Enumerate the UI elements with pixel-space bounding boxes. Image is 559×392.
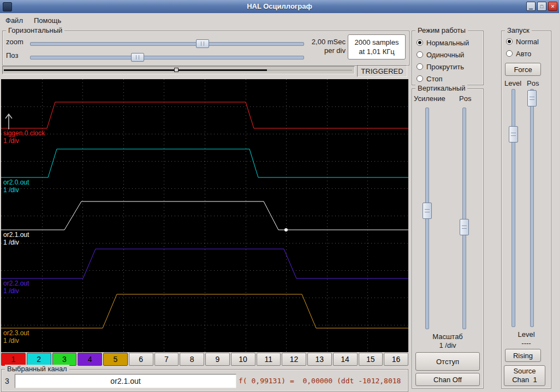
radio-icon[interactable] [417,75,423,82]
radio-icon[interactable] [417,39,423,46]
trigger-option-0[interactable]: Normal [502,35,551,47]
zoom-label: zoom [6,38,23,46]
vpos-arrow-icon [5,114,12,129]
radio-icon[interactable] [506,38,513,45]
channel-button-6[interactable]: 6 [129,353,153,366]
horizontal-panel: Горизонтальный zoom Поз 2,00 mSec per di… [2,31,409,66]
zoom-slider-thumb[interactable] [196,39,209,48]
channel-button-4[interactable]: 4 [78,353,102,366]
record-progress-bar [2,66,355,74]
channel-button-16[interactable]: 16 [384,353,408,366]
trace-scale-label: 1 /div [3,186,19,194]
run-mode-option-1[interactable]: Одиночный [412,49,483,61]
trigger-edge-button[interactable]: Rising [505,349,541,362]
menubar: Файл Помощь [0,13,559,27]
menu-file[interactable]: Файл [0,14,28,27]
trace-scale-label: 1 /div [3,239,19,246]
channel-button-1[interactable]: 1 [1,353,26,366]
timebase-unit: per div [302,46,346,55]
trace-scale-label: 1 /div [3,287,19,295]
radio-label: Одиночный [426,51,464,59]
trigger-pos-slider[interactable] [530,89,534,327]
trigger-option-1[interactable]: Авто [502,47,551,60]
selected-channel-panel-label: Выбранный канал [5,365,69,373]
menu-help[interactable]: Помощь [28,14,67,27]
minimize-button[interactable]: ▁ [526,2,536,11]
channel-button-7[interactable]: 7 [154,353,179,366]
trigger-source-line2: Chan 1 [512,376,537,384]
run-mode-panel-label: Режим работы [415,26,468,35]
channel-button-15[interactable]: 15 [359,353,383,366]
channel-button-13[interactable]: 13 [307,353,332,366]
trigger-level-slider-thumb[interactable] [509,126,518,142]
trace-label: siggen.0.clock [3,129,45,137]
selected-channel-name-entry[interactable]: or2.1.out [15,374,236,388]
chan-off-button[interactable]: Chan Off [415,373,480,386]
run-mode-option-0[interactable]: Нормальный [412,37,483,49]
scale-caption: Масштаб [412,332,483,341]
selected-channel-name: or2.1.out [110,377,140,385]
samples-info-box: 2000 samples at 1,01 КГц [348,34,406,60]
trigger-pos-col-label: Pos [527,79,539,87]
radio-icon[interactable] [417,51,423,58]
trigger-source-button[interactable]: Source Chan 1 [504,365,545,386]
trigger-panel: Запуск NormalАвто Force Level Pos Level … [501,31,551,389]
position-slider[interactable] [30,56,304,60]
channel-button-row: 12345678910111213141516 [1,353,408,366]
run-mode-panel: Режим работы НормальныйОдиночныйПрокрути… [412,31,484,85]
channel-button-3[interactable]: 3 [52,353,77,366]
radio-label: Стоп [426,75,442,83]
vertical-panel: Вертикальный Усиление Pos Масштаб 1 /div… [412,88,484,389]
channel-button-10[interactable]: 10 [231,353,255,366]
maximize-button[interactable]: □ [537,2,546,11]
trace-or2.3.out [1,294,408,328]
run-mode-option-2[interactable]: Прокрутить [412,61,483,73]
channel-button-5[interactable]: 5 [103,353,128,366]
channel-button-14[interactable]: 14 [333,353,358,366]
radio-icon[interactable] [417,63,423,70]
horizontal-panel-label: Горизонтальный [6,26,64,35]
vertical-pos-label: Pos [459,94,471,103]
vertical-pos-slider[interactable] [462,108,466,329]
channel-button-8[interactable]: 8 [180,353,204,366]
trace-scale-label: 1 /div [3,137,19,145]
radio-label: Прокрутить [426,63,464,71]
position-slider-thumb[interactable] [131,53,144,62]
channel-button-2[interactable]: 2 [27,353,51,366]
titlebar: HAL Осциллограф ▁ □ ✕ [0,0,559,13]
run-mode-option-3[interactable]: Стоп [412,73,483,85]
zoom-slider[interactable] [30,42,304,46]
vertical-pos-slider-thumb[interactable] [460,219,469,235]
trigger-status-indicator: TRIGGERED [357,65,407,77]
channel-button-12[interactable]: 12 [282,353,306,366]
cursor-readout: f( 0,99131) = 0,00000 (ddt -1012,8018 [239,377,401,385]
trace-or2.0.out [1,149,408,177]
trigger-level-slider[interactable] [512,89,515,327]
trigger-level-col-label: Level [504,79,521,87]
trace-label: or2.1.out [3,231,29,239]
trigger-level-value: ---- [502,339,551,347]
trace-label: or2.0.out [3,179,29,186]
radio-label: Нормальный [426,39,469,47]
trigger-options: NormalАвто [502,35,551,60]
trigger-pos-slider-thumb[interactable] [527,90,537,106]
radio-icon[interactable] [506,50,513,57]
trace-scale-label: 1 /div [3,337,19,345]
trigger-status-text: TRIGGERED [361,67,403,75]
timebase-value: 2,00 mSec [302,38,346,46]
position-label: Поз [6,51,18,60]
force-button[interactable]: Force [505,63,541,76]
gain-slider-thumb[interactable] [423,203,432,219]
channel-button-9[interactable]: 9 [205,353,230,366]
samples-count: 2000 samples [355,38,399,47]
trace-label: or2.3.out [3,329,29,337]
scale-value: 1 /div [412,341,483,349]
offset-button[interactable]: Отступ [415,352,480,371]
samples-rate: at 1,01 КГц [359,47,394,56]
channel-button-11[interactable]: 11 [257,353,281,366]
close-button[interactable]: ✕ [548,2,557,11]
scope-display: siggen.0.clock1 /divor2.0.out1 /divor2.1… [1,79,408,352]
trigger-point-marker [284,228,288,231]
selected-channel-panel: Выбранный канал 3 or2.1.out f( 0,99131) … [1,369,408,392]
trigger-source-line1: Source [513,367,536,376]
